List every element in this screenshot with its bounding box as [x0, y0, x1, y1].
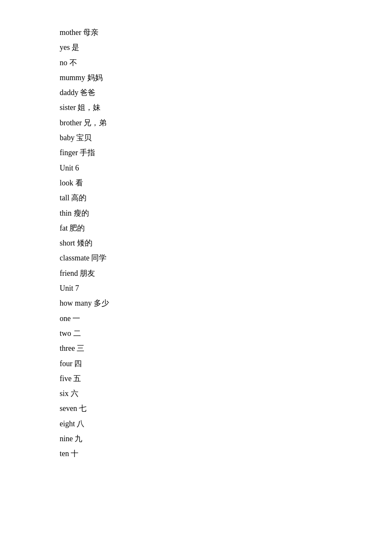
vocab-item: mother 母亲 [60, 26, 392, 40]
vocab-item: six 六 [60, 387, 392, 401]
vocab-item: finger 手指 [60, 146, 392, 160]
vocab-item: two 二 [60, 327, 392, 341]
vocab-item: one 一 [60, 312, 392, 326]
vocab-item: short 矮的 [60, 236, 392, 250]
vocab-item: look 看 [60, 176, 392, 190]
vocab-item: friend 朋友 [60, 266, 392, 280]
vocab-item: fat 肥的 [60, 221, 392, 235]
vocab-item: no 不 [60, 56, 392, 70]
unit-header: Unit 7 [60, 281, 392, 295]
vocab-item: eight 八 [60, 417, 392, 431]
vocab-item: five 五 [60, 372, 392, 386]
vocab-item: tall 高的 [60, 191, 392, 205]
vocab-item: three 三 [60, 341, 392, 356]
vocab-item: seven 七 [60, 402, 392, 416]
vocab-item: mummy 妈妈 [60, 71, 392, 85]
vocab-item: nine 九 [60, 432, 392, 446]
vocab-item: daddy 爸爸 [60, 86, 392, 100]
vocab-item: brother 兄，弟 [60, 116, 392, 130]
vocab-item: classmate 同学 [60, 251, 392, 265]
unit-header: Unit 6 [60, 161, 392, 175]
vocab-item: sister 姐，妹 [60, 101, 392, 115]
vocab-item: baby 宝贝 [60, 131, 392, 145]
vocab-item: ten 十 [60, 447, 392, 461]
vocab-item: thin 瘦的 [60, 206, 392, 220]
vocab-item: yes 是 [60, 40, 392, 55]
vocab-item: four 四 [60, 357, 392, 371]
content-area: mother 母亲yes 是no 不mummy 妈妈daddy 爸爸sister… [0, 0, 392, 488]
vocab-item: how many 多少 [60, 296, 392, 310]
